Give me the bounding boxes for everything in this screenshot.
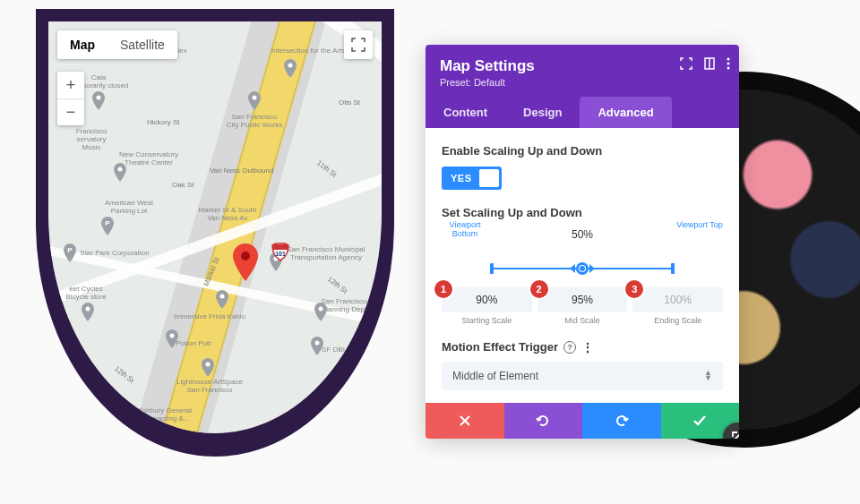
undo-button[interactable] [504, 403, 583, 439]
poi-parking-icon[interactable]: P [63, 243, 77, 263]
slider-track[interactable] [492, 255, 673, 282]
select-arrows-icon: ▲▼ [704, 371, 712, 380]
svg-point-8 [170, 334, 175, 338]
poi-label: Immersive Frida Kahlo [174, 312, 245, 320]
svg-point-2 [253, 96, 257, 100]
mid-scale-input[interactable]: 95% [538, 287, 628, 312]
poi-pin-icon[interactable] [310, 337, 324, 356]
expand-icon[interactable] [680, 57, 692, 70]
map-type-satellite-tab[interactable]: Satellite [108, 30, 177, 59]
map-canvas[interactable]: Hickory St Oak St 11th St 12th St 12th S… [48, 21, 382, 433]
map-attribution: Keyboard shortcuts Map data © [267, 422, 376, 431]
motion-trigger-value: Middle of Element [452, 370, 538, 382]
fullscreen-icon [351, 38, 366, 52]
badge-2: 2 [530, 280, 548, 298]
starting-scale-input[interactable]: 90% [442, 287, 532, 312]
enable-scaling-label: Enable Scaling Up and Down [442, 144, 723, 158]
poi-pin-icon[interactable] [81, 303, 95, 322]
poi-label: San Francisco Municipal Transportation A… [287, 245, 365, 261]
poi-label: Blue Pe [340, 380, 366, 388]
docs-icon[interactable] [703, 57, 716, 70]
ending-scale-item: 3 100% Ending Scale [632, 287, 723, 326]
poi-pin-icon[interactable] [247, 91, 262, 111]
svg-rect-14 [272, 244, 288, 250]
redo-button[interactable] [582, 403, 661, 439]
poi-label: Star Park Corporation [80, 249, 149, 257]
panel-footer [426, 403, 739, 439]
tab-content[interactable]: Content [426, 97, 505, 128]
svg-point-20 [727, 63, 730, 65]
svg-marker-26 [589, 264, 595, 273]
poi-pin-icon[interactable] [165, 329, 179, 349]
svg-text:P: P [105, 219, 110, 227]
street-label: Otis St [339, 98, 360, 107]
motion-trigger-label: Motion Effect Trigger [442, 340, 558, 354]
fullscreen-button[interactable] [344, 30, 373, 59]
svg-point-1 [97, 96, 101, 100]
poi-pin-icon[interactable] [201, 358, 215, 378]
slider-end-right[interactable] [671, 263, 675, 274]
poi-pin-icon[interactable] [335, 372, 349, 392]
svg-text:P: P [67, 246, 73, 254]
motion-trigger-select[interactable]: Middle of Element ▲▼ [442, 362, 723, 390]
redo-icon [615, 414, 629, 428]
svg-point-9 [206, 363, 211, 367]
street-label: Hickory St [147, 118, 179, 126]
set-scaling-label: Set Scaling Up and Down [442, 206, 723, 219]
tab-design[interactable]: Design [505, 97, 580, 128]
street-label: 12th St [326, 275, 349, 295]
svg-point-0 [288, 64, 293, 68]
tab-advanced[interactable]: Advanced [580, 97, 671, 128]
enable-scaling-toggle[interactable]: YES [442, 167, 502, 190]
help-icon[interactable]: ? [563, 341, 576, 354]
poi-label: San Francisco City Public Works [227, 113, 283, 129]
slider-end-left[interactable] [490, 263, 494, 274]
poi-pin-icon[interactable] [215, 290, 229, 310]
slider-thumb[interactable] [570, 261, 595, 276]
more-icon[interactable] [727, 57, 730, 70]
scale-value-row: 1 90% Starting Scale 2 95% Mid Scale 3 1… [442, 287, 723, 326]
zoom-in-button[interactable]: + [57, 72, 84, 98]
panel-preset[interactable]: Preset: Default [440, 77, 725, 88]
resize-arrows-icon [730, 430, 739, 439]
poi-label: Market St & South Van Ness Av [199, 206, 257, 222]
poi-parking-icon[interactable]: P [100, 217, 115, 236]
panel-body: Enable Scaling Up and Down YES Set Scali… [426, 128, 739, 403]
field-options-icon[interactable]: ⋮ [581, 340, 593, 355]
check-icon [692, 414, 707, 428]
poi-label: Lighthouse ArtSpace San Francisco [176, 378, 243, 394]
panel-tabs: Content Design Advanced [426, 97, 739, 128]
keyboard-shortcuts-link[interactable]: Keyboard shortcuts [270, 423, 331, 431]
street-label: Oak St [172, 181, 194, 189]
route-101-shield-icon: 101 [271, 242, 290, 261]
badge-1: 1 [434, 280, 452, 298]
map-marker-primary-icon[interactable] [232, 243, 259, 281]
starting-scale-label: Starting Scale [442, 317, 532, 326]
svg-point-6 [86, 307, 90, 312]
map-type-map-tab[interactable]: Map [57, 30, 108, 59]
map-data-label: Map data © [337, 423, 374, 431]
svg-point-21 [727, 67, 730, 70]
badge-3: 3 [625, 280, 643, 298]
svg-point-3 [118, 167, 123, 172]
poi-pin-icon[interactable] [91, 91, 106, 111]
poi-label: Intersection for the Arts [271, 47, 345, 55]
mid-scale-item: 2 95% Mid Scale [538, 287, 628, 326]
poi-pin-icon[interactable] [283, 59, 297, 79]
motion-trigger-heading: Motion Effect Trigger ? ⋮ [442, 340, 723, 355]
svg-point-25 [580, 266, 585, 271]
poi-label: Ashbury General Contracting &... [138, 406, 192, 423]
svg-point-11 [319, 307, 323, 312]
poi-pin-icon[interactable] [314, 303, 328, 322]
zoom-out-button[interactable]: − [57, 98, 84, 125]
cancel-button[interactable] [426, 403, 504, 439]
svg-point-19 [727, 58, 730, 61]
street-label: 11th St [315, 158, 339, 179]
ending-scale-label: Ending Scale [632, 317, 723, 326]
poi-pin-icon[interactable] [113, 163, 127, 183]
svg-point-13 [340, 377, 345, 381]
svg-point-7 [220, 295, 225, 299]
ending-scale-input[interactable]: 100% [632, 287, 723, 312]
undo-icon [536, 414, 550, 428]
toggle-yes-text: YES [451, 173, 472, 184]
